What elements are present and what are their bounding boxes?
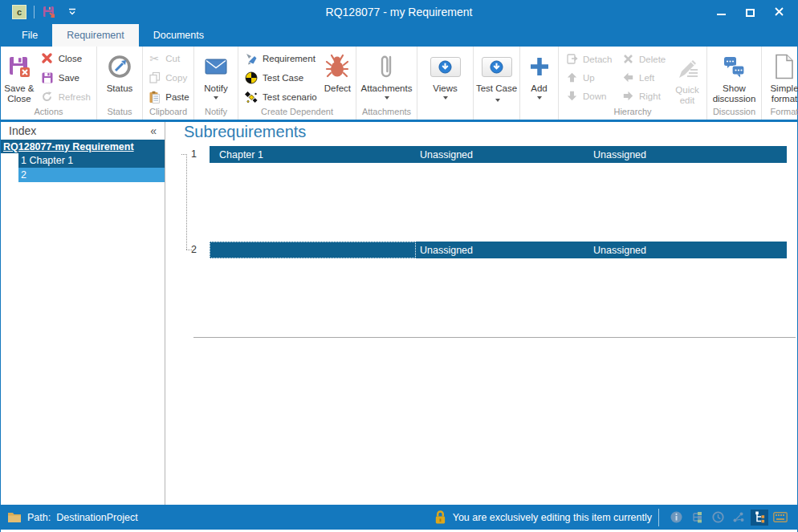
close-button[interactable]: Close (36, 49, 95, 67)
app-window: c RQ128077 - my Requirement File Require (0, 0, 798, 532)
tree-item-2[interactable]: 2 (18, 168, 165, 182)
test-case-gallery-icon (482, 57, 512, 77)
subrequirement-row-2: 2 Unassigned Unassigned (166, 242, 797, 258)
copy-icon (147, 71, 161, 85)
lock-icon (434, 510, 447, 525)
ribbon-group-create-dependent: Requirement Test Case (238, 47, 356, 120)
subrequirement-bar[interactable]: Chapter 1 Unassigned Unassigned (210, 146, 787, 163)
close-icon (40, 51, 55, 66)
detach-icon (564, 52, 579, 67)
ribbon-group-notify: Notify Notify (194, 47, 238, 120)
row-title-cell[interactable]: Chapter 1 (210, 146, 416, 163)
content-area: Index « RQ128077-my Requirement 1 Chapte… (1, 122, 797, 505)
group-label-discussion: Discussion (707, 107, 761, 120)
exclusive-edit-message: You are exclusively editing this item cu… (453, 512, 652, 523)
info-icon[interactable] (667, 510, 685, 526)
save-icon (40, 71, 55, 85)
tab-file[interactable]: File (7, 24, 52, 47)
ribbon-group-attachments: Attachments Attachments (356, 47, 417, 120)
paperclip-icon (379, 52, 395, 81)
history-icon[interactable] (709, 510, 727, 526)
paste-button[interactable]: Paste (143, 87, 193, 106)
quick-access-save-icon[interactable] (42, 5, 56, 19)
tree-item-root[interactable]: RQ128077-my Requirement (1, 140, 165, 153)
save-icon (43, 6, 55, 18)
tab-documents[interactable]: Documents (139, 24, 218, 47)
notify-button[interactable]: Notify (196, 48, 236, 107)
subrequirement-bar[interactable]: Unassigned Unassigned (210, 242, 787, 258)
ribbon-group-status: Status Status (97, 47, 143, 120)
delete-button[interactable]: Delete (617, 50, 670, 68)
titlebar-separator (34, 6, 35, 18)
quick-edit-button[interactable]: Quick edit (670, 50, 705, 106)
folder-icon (7, 511, 22, 523)
tree-item-chapter1[interactable]: 1 Chapter 1 (18, 153, 165, 168)
move-left-button[interactable]: Left (617, 68, 670, 87)
tree-connector (186, 156, 187, 250)
group-label-test-case (474, 107, 519, 120)
create-requirement-button[interactable]: Requirement (240, 49, 321, 67)
views-button[interactable]: Views (421, 48, 470, 107)
ribbon: Save & Close Close (1, 47, 797, 122)
refresh-button[interactable]: Refresh (36, 87, 95, 106)
close-window-button[interactable] (773, 7, 784, 17)
add-button[interactable]: Add (522, 48, 556, 107)
subrequirements-heading: Subrequirements (184, 123, 306, 141)
detach-button[interactable]: Detach (560, 50, 617, 68)
group-label-attachments: Attachments (356, 107, 417, 120)
row-status-cell[interactable]: Unassigned (589, 242, 787, 258)
show-discussion-button[interactable]: Show discussion (709, 48, 759, 107)
ribbon-group-format: Simple format Format (762, 47, 798, 120)
create-defect-button[interactable]: Defect (321, 48, 354, 107)
collapse-panel-icon[interactable]: « (150, 124, 157, 137)
ribbon-group-test-case: Test Case (474, 47, 520, 120)
paste-icon (147, 90, 161, 104)
quick-edit-pencil-icon (674, 54, 700, 83)
ribbon-group-discussion: Show discussion Discussion (707, 47, 762, 120)
arrow-down-icon (564, 89, 579, 104)
move-down-button[interactable]: Down (560, 87, 617, 105)
ribbon-tab-bar: File Requirement Documents (1, 24, 797, 47)
arrow-right-icon (621, 89, 635, 104)
app-icon[interactable]: c (12, 5, 26, 19)
discussion-bubbles-icon (723, 52, 747, 81)
group-label-clipboard: Clipboard (143, 107, 193, 120)
notify-dropdown-icon (214, 96, 218, 99)
keyboard-icon[interactable] (772, 510, 789, 526)
window-controls (715, 7, 792, 17)
linked-items-icon[interactable] (730, 510, 747, 526)
hierarchy-view-icon[interactable] (688, 510, 706, 526)
test-case-gallery-button[interactable]: Test Case (475, 48, 518, 107)
row-status-cell[interactable]: Unassigned (589, 146, 787, 163)
refresh-icon (40, 90, 55, 104)
move-up-button[interactable]: Up (560, 68, 617, 87)
copy-button[interactable]: Copy (143, 68, 193, 87)
status-button[interactable]: Status (99, 48, 140, 107)
defect-bug-icon (325, 52, 349, 81)
save-and-close-button[interactable]: Save & Close (2, 48, 36, 107)
index-panel-header: Index « (1, 122, 165, 140)
cut-button[interactable]: ✂ Cut (143, 49, 193, 67)
minimize-button[interactable] (715, 7, 727, 17)
attachments-dropdown-icon (385, 96, 389, 99)
tab-requirement[interactable]: Requirement (52, 24, 139, 47)
group-label-format: Format (762, 107, 798, 120)
move-right-button[interactable]: Right (617, 87, 670, 105)
attachments-button[interactable]: Attachments (358, 48, 415, 107)
create-test-case-button[interactable]: Test Case (240, 68, 321, 87)
row-title-cell-editing[interactable] (210, 242, 416, 258)
requirement-icon (244, 51, 259, 66)
save-button[interactable]: Save (36, 68, 95, 87)
create-test-scenario-button[interactable]: Test scenario (240, 87, 321, 106)
group-label-notify: Notify (194, 107, 238, 120)
quick-access-customize-icon[interactable] (67, 8, 77, 16)
row-owner-cell[interactable]: Unassigned (416, 146, 589, 163)
ribbon-group-hierarchy: Detach Up Down (559, 47, 707, 120)
simple-format-button[interactable]: Simple format (763, 48, 798, 107)
cut-icon: ✂ (147, 51, 161, 66)
tree-view-icon[interactable] (751, 510, 768, 526)
maximize-button[interactable] (744, 7, 755, 17)
row-owner-cell[interactable]: Unassigned (416, 242, 589, 258)
delete-x-icon (621, 52, 635, 67)
document-icon (774, 52, 795, 81)
